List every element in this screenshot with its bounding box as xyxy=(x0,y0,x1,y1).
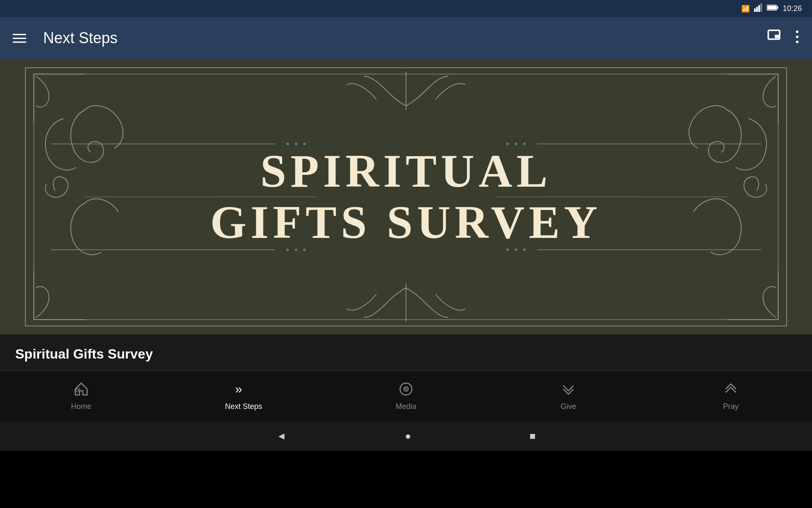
svg-rect-1 xyxy=(756,7,758,12)
hero-text-container: SPIRITUAL GIFTS SURVEY xyxy=(210,146,602,248)
hamburger-button[interactable] xyxy=(13,34,26,43)
content-title: Spiritual Gifts Survey xyxy=(15,346,797,362)
svg-point-33 xyxy=(523,248,526,251)
svg-rect-10 xyxy=(775,35,779,38)
recents-button[interactable]: ■ xyxy=(529,430,536,442)
pray-nav-label: Pray xyxy=(723,402,738,411)
nav-item-media[interactable]: Media xyxy=(381,381,431,411)
status-time: 10:26 xyxy=(783,4,802,13)
svg-point-13 xyxy=(796,41,798,43)
hero-title-line1: SPIRITUAL xyxy=(210,146,602,197)
svg-rect-0 xyxy=(754,8,756,12)
app-bar: Next Steps xyxy=(0,17,812,59)
nav-item-pray[interactable]: Pray xyxy=(705,381,756,411)
bottom-navigation: « Home » Next Steps Media xyxy=(0,370,812,421)
page-title: Next Steps xyxy=(43,29,750,47)
nav-item-home[interactable]: « Home xyxy=(56,381,107,411)
home-nav-label: Home xyxy=(71,402,91,411)
hero-banner: SPIRITUAL GIFTS SURVEY xyxy=(0,59,812,334)
svg-point-32 xyxy=(515,248,517,251)
svg-rect-3 xyxy=(760,3,762,12)
media-nav-icon xyxy=(398,381,414,399)
svg-text:»: » xyxy=(235,382,242,396)
pray-nav-icon xyxy=(723,381,738,399)
chat-icon[interactable] xyxy=(767,29,782,47)
home-button[interactable]: ● xyxy=(405,430,411,442)
svg-point-11 xyxy=(796,30,798,33)
svg-rect-2 xyxy=(758,5,760,12)
more-vertical-icon[interactable] xyxy=(795,29,799,47)
app-bar-actions xyxy=(767,29,799,47)
content-area: Spiritual Gifts Survey xyxy=(0,334,812,370)
svg-point-40 xyxy=(405,388,407,390)
hamburger-line-2 xyxy=(13,38,26,39)
svg-rect-5 xyxy=(777,6,778,9)
media-nav-label: Media xyxy=(395,402,416,411)
nav-item-give[interactable]: Give xyxy=(543,381,594,411)
wifi-icon: 📶 xyxy=(741,5,750,13)
back-button[interactable]: ◄ xyxy=(277,430,287,442)
svg-point-12 xyxy=(796,36,798,38)
next-steps-nav-icon: » xyxy=(235,381,252,399)
svg-text:«: « xyxy=(74,383,81,396)
svg-rect-8 xyxy=(771,40,777,41)
svg-point-30 xyxy=(303,248,306,251)
give-nav-icon xyxy=(561,381,576,399)
system-navigation-bar: ◄ ● ■ xyxy=(0,421,812,451)
hamburger-line-1 xyxy=(13,34,26,35)
hamburger-line-3 xyxy=(13,41,26,43)
hero-title-line2: GIFTS SURVEY xyxy=(210,197,602,248)
svg-point-31 xyxy=(506,248,509,251)
give-nav-label: Give xyxy=(560,402,576,411)
home-nav-icon: « xyxy=(74,381,89,399)
battery-icon xyxy=(767,4,779,13)
svg-point-29 xyxy=(295,248,297,251)
svg-point-28 xyxy=(286,248,289,251)
status-bar: 📶 10:26 xyxy=(0,0,812,17)
svg-rect-6 xyxy=(767,6,776,10)
signal-icon xyxy=(754,3,763,14)
next-steps-nav-label: Next Steps xyxy=(225,402,262,411)
nav-item-next-steps[interactable]: » Next Steps xyxy=(218,381,269,411)
